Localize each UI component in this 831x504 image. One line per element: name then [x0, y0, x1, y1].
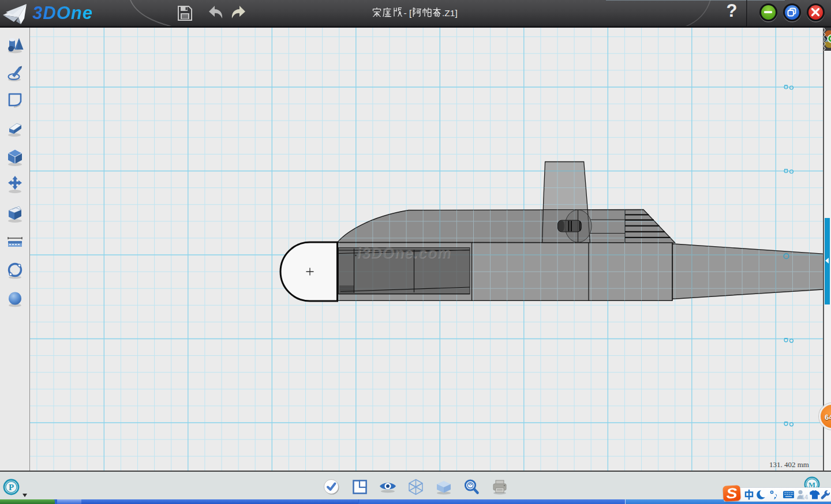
svg-text:P: P	[9, 483, 14, 492]
svg-text:i3DOne.com: i3DOne.com	[355, 244, 452, 261]
svg-text:14: 14	[801, 494, 808, 501]
svg-text:.Z1]: .Z1]	[442, 8, 458, 18]
svg-text:- [: - [	[404, 8, 412, 18]
